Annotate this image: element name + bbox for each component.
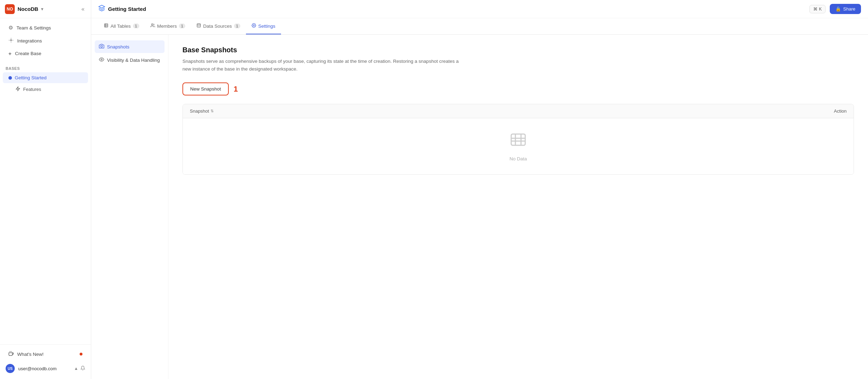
user-email: user@nocodb.com — [18, 366, 56, 371]
tab-label: Members — [157, 24, 177, 29]
notification-dot — [80, 353, 82, 355]
sidebar-item-label: Integrations — [17, 38, 42, 44]
sidebar-nav: ⚙ Team & Settings Integrations + Create … — [0, 18, 91, 63]
svg-point-7 — [101, 46, 102, 47]
user-info[interactable]: US user@nocodb.com ▲ — [0, 361, 91, 376]
data-sources-icon — [196, 23, 201, 29]
app-dropdown-icon[interactable]: ▾ — [41, 7, 43, 12]
svg-rect-3 — [105, 24, 108, 27]
svg-point-0 — [11, 40, 12, 41]
annotation-number: 1 — [234, 85, 238, 94]
whats-new-item[interactable]: What's New! — [3, 348, 88, 360]
base-dot — [8, 76, 12, 80]
members-icon — [151, 23, 155, 29]
svg-point-6 — [253, 25, 254, 26]
snapshots-icon — [99, 44, 104, 50]
section-description: Snapshots serve as comprehensive backups… — [182, 58, 463, 73]
sidebar-item-create-base[interactable]: + Create Base — [3, 47, 88, 60]
user-actions: ▲ — [74, 366, 85, 372]
tab-members[interactable]: Members 1 — [145, 18, 191, 34]
action-row: New Snapshot 1 — [182, 82, 854, 95]
settings-item-snapshots[interactable]: Snapshots — [95, 40, 165, 53]
visibility-icon — [99, 57, 104, 63]
page-title: Getting Started — [108, 6, 146, 12]
tab-settings[interactable]: Settings — [246, 18, 281, 34]
settings-sidebar: Snapshots Visibility & Data Handling — [91, 35, 168, 379]
topbar-right: ⌘ K 🔒 Share — [809, 4, 861, 14]
table-header: Snapshot ⇅ Action — [183, 104, 854, 118]
new-snapshot-button[interactable]: New Snapshot — [182, 82, 229, 95]
topbar-title-area: Getting Started — [98, 5, 146, 13]
tab-badge: 1 — [234, 24, 240, 28]
svg-point-8 — [101, 59, 102, 60]
all-tables-icon — [104, 23, 108, 29]
k-key: K — [819, 7, 822, 12]
sidebar-item-integrations[interactable]: Integrations — [3, 34, 88, 47]
keyboard-shortcut[interactable]: ⌘ K — [809, 5, 826, 13]
no-data-icon — [510, 131, 527, 151]
topbar: Getting Started ⌘ K 🔒 Share — [91, 0, 868, 18]
app-logo[interactable]: NO NocoDB ▾ — [5, 4, 43, 14]
tab-data-sources[interactable]: Data Sources 1 — [191, 18, 246, 34]
logo-badge: NO — [5, 4, 15, 14]
sidebar-collapse-button[interactable]: « — [80, 5, 86, 14]
tab-badge: 1 — [133, 24, 139, 28]
tabs-bar: All Tables 1 Members 1 Data Sources 1 Se… — [91, 18, 868, 35]
content-area: Snapshots Visibility & Data Handling Bas… — [91, 35, 868, 379]
svg-marker-2 — [99, 5, 105, 8]
sidebar: NO NocoDB ▾ « ⚙ Team & Settings Integrat… — [0, 0, 91, 379]
integrations-icon — [8, 38, 14, 44]
svg-point-4 — [151, 24, 153, 25]
team-settings-icon: ⚙ — [8, 25, 13, 31]
bell-icon[interactable] — [80, 366, 85, 372]
user-avatar: US — [6, 364, 15, 373]
action-column-header: Action — [819, 108, 847, 114]
whats-new-icon — [8, 351, 14, 357]
sidebar-item-label: Team & Settings — [16, 25, 51, 31]
tab-badge: 1 — [179, 24, 185, 28]
whats-new-label: What's New! — [17, 352, 44, 357]
lock-icon: 🔒 — [835, 6, 841, 12]
settings-item-label: Snapshots — [107, 44, 129, 49]
tab-label: Settings — [258, 24, 275, 29]
new-snapshot-label: New Snapshot — [190, 86, 221, 92]
no-data-text: No Data — [509, 156, 527, 161]
sidebar-item-label: Create Base — [15, 51, 41, 56]
topbar-db-icon — [98, 5, 105, 13]
base-label: Getting Started — [15, 75, 47, 80]
chevron-up-icon[interactable]: ▲ — [74, 366, 78, 371]
cmd-icon: ⌘ — [813, 7, 817, 12]
main: Getting Started ⌘ K 🔒 Share All Tables 1 — [91, 0, 868, 379]
svg-marker-1 — [16, 87, 20, 91]
tab-all-tables[interactable]: All Tables 1 — [98, 18, 145, 34]
share-button[interactable]: 🔒 Share — [830, 4, 861, 14]
create-base-icon: + — [8, 51, 12, 56]
table-body: No Data — [183, 118, 854, 174]
sidebar-sub-features[interactable]: Features — [3, 84, 88, 95]
sidebar-footer: What's New! US user@nocodb.com ▲ — [0, 344, 91, 379]
section-title: Base Snapshots — [182, 46, 854, 54]
action-col-label: Action — [834, 108, 847, 114]
svg-rect-9 — [511, 134, 525, 145]
app-name: NocoDB — [18, 6, 38, 12]
settings-tab-icon — [252, 23, 256, 29]
tab-label: All Tables — [111, 24, 131, 29]
share-label: Share — [843, 6, 855, 12]
features-icon — [15, 86, 20, 92]
sort-icon: ⇅ — [211, 109, 214, 113]
sub-item-label: Features — [23, 87, 41, 92]
snapshot-column-header[interactable]: Snapshot ⇅ — [190, 108, 819, 114]
snapshot-col-label: Snapshot — [190, 108, 209, 114]
settings-item-visibility[interactable]: Visibility & Data Handling — [95, 54, 165, 66]
settings-item-label: Visibility & Data Handling — [107, 58, 160, 63]
snapshot-table: Snapshot ⇅ Action No Data — [182, 104, 854, 175]
bases-section-label: Bases — [0, 63, 91, 72]
sidebar-item-team-settings[interactable]: ⚙ Team & Settings — [3, 21, 88, 34]
tab-label: Data Sources — [203, 24, 232, 29]
snapshots-content: Base Snapshots Snapshots serve as compre… — [168, 35, 868, 379]
sidebar-base-getting-started[interactable]: Getting Started — [3, 72, 88, 83]
sidebar-header: NO NocoDB ▾ « — [0, 0, 91, 18]
svg-point-5 — [197, 24, 201, 25]
